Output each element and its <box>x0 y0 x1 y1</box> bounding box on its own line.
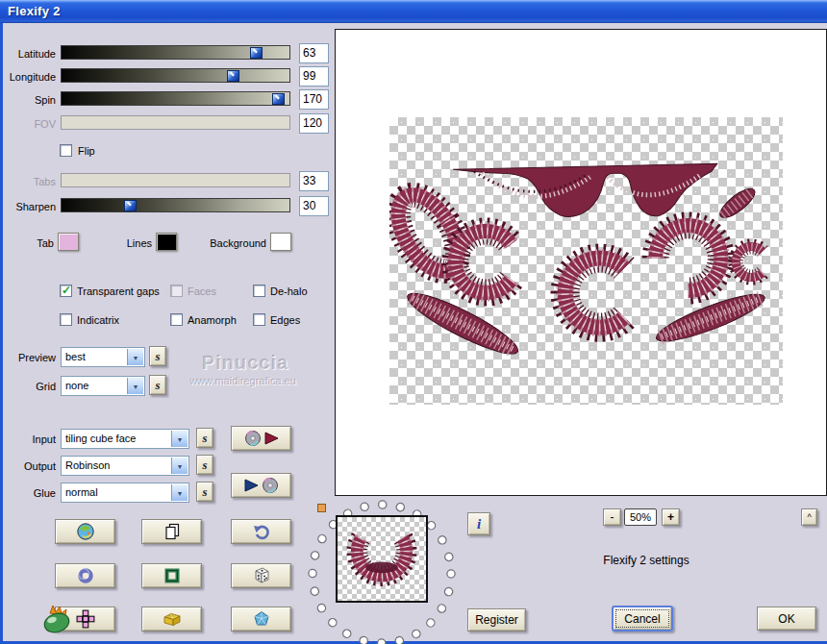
anamorph-checkbox[interactable] <box>170 313 183 326</box>
lego-brick-icon <box>162 609 183 629</box>
input-combo[interactable]: tiling cube face ▼ <box>61 429 189 449</box>
tabs-label: Tabs <box>0 176 56 187</box>
dehalo-checkbox[interactable] <box>253 285 265 297</box>
faces-label: Faces <box>188 285 216 297</box>
chevron-down-icon[interactable]: ▼ <box>171 458 188 474</box>
shuffle-s-icon: s <box>202 431 207 446</box>
tab-color-swatch[interactable] <box>58 233 79 251</box>
output-shuffle-button[interactable]: s <box>196 455 213 475</box>
load-settings-button[interactable] <box>231 426 291 451</box>
title-bar[interactable]: Flexify 2 <box>0 0 827 23</box>
output-combo-value: Robinson <box>65 459 110 471</box>
glue-shuffle-button[interactable]: s <box>196 482 213 502</box>
input-combo-label: Input <box>0 433 56 445</box>
preview-shuffle-button[interactable]: s <box>149 346 166 366</box>
input-shuffle-button[interactable]: s <box>196 428 213 448</box>
glue-combo[interactable]: normal ▼ <box>61 483 189 503</box>
watermark-url: www.maidiregrafica.eu <box>173 375 313 386</box>
shuffle-s-icon: s <box>202 484 207 500</box>
background-color-label: Background <box>192 237 266 249</box>
cancel-button[interactable]: Cancel <box>612 606 673 632</box>
edges-checkbox[interactable] <box>253 313 265 326</box>
grid-combo[interactable]: none ▼ <box>61 376 145 396</box>
edges-label: Edges <box>270 314 300 326</box>
longitude-label: Longitude <box>0 71 56 83</box>
register-button-label: Register <box>475 613 518 627</box>
window-border-left <box>0 23 3 644</box>
undo-button[interactable] <box>231 519 291 544</box>
grid-combo-label: Grid <box>0 381 56 392</box>
latitude-slider[interactable] <box>61 45 290 60</box>
dehalo-label: De-halo <box>270 285 308 297</box>
longitude-slider-thumb[interactable] <box>227 70 239 82</box>
chevron-down-icon[interactable]: ▼ <box>127 378 143 394</box>
transparent-gaps-checkbox[interactable] <box>60 285 72 297</box>
window-title: Flexify 2 <box>8 4 61 18</box>
tab-color-label: Tab <box>0 237 54 249</box>
polyhedron-button[interactable] <box>231 607 291 632</box>
lines-color-swatch[interactable] <box>156 233 177 251</box>
zoom-in-button[interactable]: + <box>662 508 680 526</box>
sharpen-value[interactable]: 30 <box>299 196 329 216</box>
preview-panel[interactable] <box>335 29 827 496</box>
preview-transparency-checker <box>389 117 783 405</box>
settings-caption: Flexify 2 settings <box>568 554 724 567</box>
longitude-value[interactable]: 99 <box>299 66 329 87</box>
shuffle-s-icon: s <box>202 458 207 473</box>
fov-label: FOV <box>0 118 56 130</box>
shuffle-s-icon: s <box>155 349 160 364</box>
ring-button[interactable] <box>55 563 115 588</box>
play-cd-icon <box>242 477 281 494</box>
fov-value[interactable]: 120 <box>299 113 329 134</box>
source-thumbnail[interactable] <box>336 515 428 603</box>
tabs-value[interactable]: 33 <box>299 171 329 191</box>
preview-combo-value: best <box>65 351 86 362</box>
copy-button[interactable] <box>141 519 202 544</box>
anamorph-label: Anamorph <box>188 314 237 326</box>
flip-label: Flip <box>78 145 95 157</box>
spin-slider-thumb[interactable] <box>272 93 285 105</box>
glue-combo-value: normal <box>65 486 98 498</box>
undo-arrow-icon <box>252 522 271 541</box>
cube-net-icon <box>76 609 95 629</box>
ok-button[interactable]: OK <box>757 607 816 631</box>
flip-checkbox[interactable] <box>60 144 72 157</box>
preview-combo[interactable]: best ▼ <box>61 347 145 367</box>
input-combo-value: tiling cube face <box>65 433 136 444</box>
planet-button[interactable] <box>55 519 115 544</box>
output-combo-label: Output <box>0 460 56 472</box>
indicatrix-checkbox[interactable] <box>60 313 72 326</box>
chevron-down-icon[interactable]: ▼ <box>127 349 143 365</box>
output-combo[interactable]: Robinson ▼ <box>61 456 189 476</box>
chevron-down-icon[interactable]: ▼ <box>171 484 188 501</box>
ring-marker-square[interactable] <box>317 504 326 512</box>
longitude-slider[interactable] <box>61 68 290 83</box>
copy-pages-icon <box>163 522 182 541</box>
zoom-out-button[interactable]: - <box>603 508 621 526</box>
spin-slider[interactable] <box>61 91 290 106</box>
fov-slider <box>61 115 290 130</box>
frame-button[interactable] <box>141 563 202 588</box>
spin-value[interactable]: 170 <box>299 89 329 110</box>
background-color-swatch[interactable] <box>270 233 291 251</box>
collapse-button[interactable]: ^ <box>801 508 817 526</box>
info-button[interactable]: i <box>467 512 490 535</box>
grid-shuffle-button[interactable]: s <box>149 375 166 395</box>
planet-icon <box>75 522 96 541</box>
dice-icon <box>251 565 272 586</box>
square-frame-icon <box>163 566 182 585</box>
brick-button[interactable] <box>141 607 202 632</box>
ring-icon <box>76 566 95 585</box>
sharpen-slider[interactable] <box>61 198 290 212</box>
tabs-slider <box>61 173 290 187</box>
thumbnail-artwork <box>338 517 426 601</box>
save-settings-button[interactable] <box>231 473 291 498</box>
dice-button[interactable] <box>231 563 291 588</box>
chevron-down-icon[interactable]: ▼ <box>171 431 188 447</box>
sharpen-slider-thumb[interactable] <box>124 200 137 211</box>
latitude-value[interactable]: 63 <box>299 43 329 63</box>
latitude-label: Latitude <box>0 48 56 60</box>
preview-artwork <box>389 117 783 405</box>
latitude-slider-thumb[interactable] <box>250 47 263 59</box>
register-button[interactable]: Register <box>467 608 526 632</box>
